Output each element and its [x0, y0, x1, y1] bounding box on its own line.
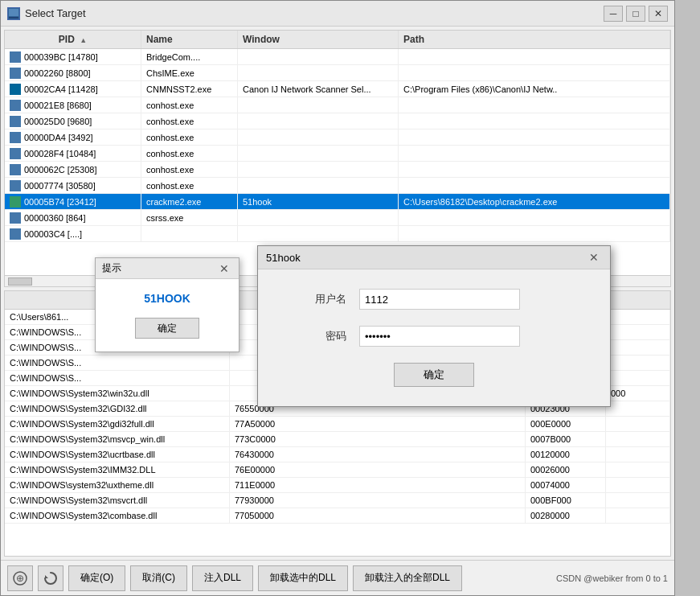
module-row[interactable]: C:\WINDOWS\System32\combase.dll 77050000… — [5, 508, 670, 524]
process-cell-name: conhost.exe — [141, 178, 238, 193]
process-cell-name: CNMNSST2.exe — [141, 81, 238, 97]
process-cell-window — [238, 113, 399, 129]
password-input[interactable] — [359, 326, 520, 347]
module-cell-extra — [606, 401, 670, 416]
module-row[interactable]: C:\WINDOWS\System32\msvcp_win.dll 773C00… — [5, 432, 670, 447]
process-table-body[interactable]: 000039BC [14780] BridgeCom.... 00002260 … — [5, 49, 670, 275]
module-cell-path: C:\WINDOWS\system32\uxtheme.dll — [5, 478, 230, 492]
process-cell-window: Canon IJ Network Scanner Sel... — [238, 81, 399, 97]
module-cell-extra — [606, 432, 670, 446]
process-cell-path — [399, 178, 670, 193]
process-cell-window — [238, 146, 399, 161]
hook-button-row: 确定 — [282, 363, 586, 387]
module-row[interactable]: C:\WINDOWS\System32\IMM32.DLL 76E00000 0… — [5, 462, 670, 478]
process-cell-name: conhost.exe — [141, 162, 238, 177]
unload-selected-button[interactable]: 卸载选中的DLL — [258, 565, 348, 591]
module-cell-extra — [606, 310, 670, 324]
col-pid[interactable]: PID ▲ — [5, 31, 141, 48]
process-cell-name: conhost.exe — [141, 146, 238, 161]
process-row[interactable]: 00007774 [30580] conhost.exe — [5, 178, 670, 194]
process-row[interactable]: 000039BC [14780] BridgeCom.... — [5, 49, 670, 65]
icon-btn-1[interactable]: ⊕ — [7, 565, 33, 591]
process-row[interactable]: 000028F4 [10484] conhost.exe — [5, 146, 670, 162]
svg-marker-5 — [45, 575, 48, 578]
module-cell-size: 0007B000 — [526, 432, 606, 446]
module-row[interactable]: C:\WINDOWS\System32\msvcrt.dll 77930000 … — [5, 493, 670, 508]
process-row[interactable]: 00000DA4 [3492] conhost.exe — [5, 129, 670, 146]
prompt-content: 51HOOK 确定 — [96, 279, 239, 351]
process-row[interactable]: 00002260 [8800] ChsIME.exe — [5, 65, 670, 81]
process-cell-pid: 00002260 [8800] — [5, 65, 141, 80]
process-cell-window — [238, 178, 399, 193]
svg-rect-1 — [9, 9, 18, 16]
module-cell-size: 000E0000 — [526, 417, 606, 431]
process-cell-path — [399, 210, 670, 225]
prompt-close-button[interactable]: ✕ — [216, 262, 232, 275]
process-row[interactable]: 0000062C [25308] conhost.exe — [5, 162, 670, 178]
process-cell-name: conhost.exe — [141, 129, 238, 145]
process-cell-name — [141, 226, 238, 241]
process-table-header: PID ▲ Name Window Path — [5, 31, 670, 49]
module-cell-base: 77930000 — [230, 493, 526, 508]
process-row[interactable]: 00002CA4 [11428] CNMNSST2.exe Canon IJ N… — [5, 81, 670, 97]
module-cell-size: 00120000 — [526, 447, 606, 462]
module-cell-base: 77050000 — [230, 508, 526, 523]
process-cell-window — [238, 129, 399, 145]
confirm-button[interactable]: 确定(O) — [68, 565, 125, 591]
process-cell-path: C:\Users\86182\Desktop\crackme2.exe — [399, 194, 670, 209]
module-cell-size: 00074000 — [526, 478, 606, 492]
module-cell-path: C:\WINDOWS\System32\GDI32.dll — [5, 401, 230, 416]
process-row[interactable]: 00005B74 [23412] crackme2.exe 51hook C:\… — [5, 194, 670, 210]
process-cell-path — [399, 49, 670, 64]
process-cell-window — [238, 162, 399, 177]
process-cell-path — [399, 226, 670, 241]
module-cell-base: 76430000 — [230, 447, 526, 462]
process-row[interactable]: 000025D0 [9680] conhost.exe — [5, 113, 670, 129]
module-row[interactable]: C:\WINDOWS\System32\ucrtbase.dll 7643000… — [5, 447, 670, 462]
process-cell-path — [399, 129, 670, 145]
prompt-dialog: 提示 ✕ 51HOOK 确定 — [95, 257, 239, 352]
process-row[interactable]: 000003C4 [....] — [5, 226, 670, 242]
col-window[interactable]: Window — [238, 31, 399, 48]
prompt-ok-button[interactable]: 确定 — [135, 318, 199, 339]
module-row[interactable]: C:\WINDOWS\System32\gdi32full.dll 77A500… — [5, 417, 670, 432]
module-cell-extra — [606, 493, 670, 508]
process-cell-name: crackme2.exe — [141, 194, 238, 209]
inject-dll-button[interactable]: 注入DLL — [192, 565, 253, 591]
process-cell-path — [399, 97, 670, 113]
module-cell-base: 711E0000 — [230, 478, 526, 492]
process-cell-pid: 000025D0 [9680] — [5, 113, 141, 129]
username-label: 用户名 — [282, 292, 346, 306]
col-path[interactable]: Path — [399, 31, 670, 48]
module-col-extra[interactable] — [606, 291, 670, 309]
module-cell-path: C:\WINDOWS\System32\msvcrt.dll — [5, 493, 230, 508]
minimize-button[interactable]: ─ — [604, 6, 623, 22]
hook-ok-button[interactable]: 确定 — [394, 363, 474, 387]
process-cell-pid: 00005B74 [23412] — [5, 194, 141, 209]
process-cell-pid: 00000DA4 [3492] — [5, 129, 141, 145]
close-button[interactable]: ✕ — [649, 6, 668, 22]
process-cell-path: C:\Program Files (x86)\Canon\IJ Netw.. — [399, 81, 670, 97]
process-cell-pid: 000039BC [14780] — [5, 49, 141, 64]
module-cell-extra — [606, 356, 670, 370]
col-name[interactable]: Name — [141, 31, 238, 48]
icon-btn-refresh[interactable] — [38, 565, 63, 591]
hook-close-button[interactable]: ✕ — [586, 251, 602, 264]
maximize-button[interactable]: □ — [626, 6, 645, 22]
process-cell-pid: 00007774 [30580] — [5, 178, 141, 193]
username-input[interactable] — [359, 289, 520, 310]
unload-all-button[interactable]: 卸载注入的全部DLL — [353, 565, 462, 591]
hook-dialog-title: 51hook — [266, 252, 301, 264]
process-cell-name: conhost.exe — [141, 97, 238, 113]
window-title: Select Target — [25, 7, 604, 19]
process-cell-name: csrss.exe — [141, 210, 238, 225]
cancel-button[interactable]: 取消(C) — [130, 565, 187, 591]
module-row[interactable]: C:\WINDOWS\system32\uxtheme.dll 711E0000… — [5, 478, 670, 493]
module-cell-extra — [606, 417, 670, 431]
process-row[interactable]: 000021E8 [8680] conhost.exe — [5, 97, 670, 113]
process-cell-path — [399, 146, 670, 161]
process-cell-window — [238, 97, 399, 113]
svg-text:⊕: ⊕ — [16, 573, 24, 584]
module-cell-extra — [606, 340, 670, 355]
process-row[interactable]: 00000360 [864] csrss.exe — [5, 210, 670, 226]
